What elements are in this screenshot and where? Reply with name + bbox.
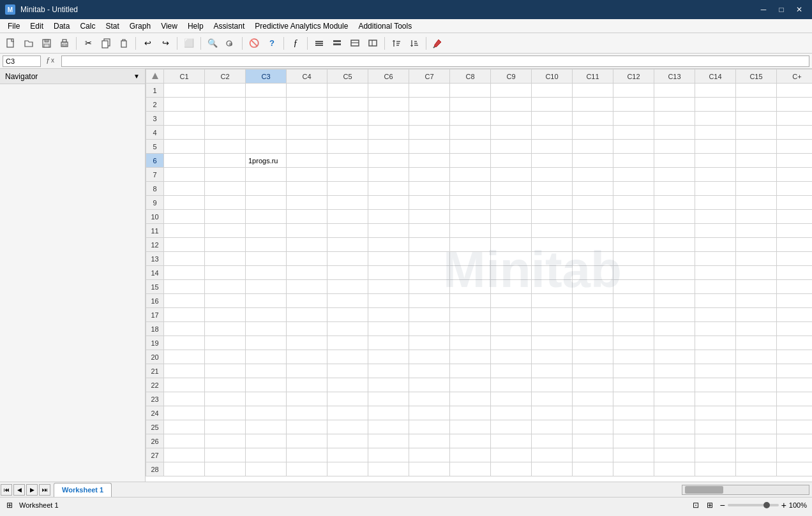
cell-r21-c3[interactable] xyxy=(246,364,287,378)
cell-r26-c9[interactable] xyxy=(491,434,532,448)
cell-r8-c4[interactable] xyxy=(287,182,327,196)
cell-r14-c2[interactable] xyxy=(205,266,246,280)
cell-r24-c14[interactable] xyxy=(695,406,736,420)
cell-r3-c2[interactable] xyxy=(205,112,246,126)
cell-r27-c2[interactable] xyxy=(205,448,246,462)
cell-r5-c9[interactable] xyxy=(491,140,532,154)
cell-r12-c7[interactable] xyxy=(409,238,450,252)
cell-r16-c7[interactable] xyxy=(409,294,450,308)
cell-r10-c8[interactable] xyxy=(450,210,491,224)
cell-r16-c8[interactable] xyxy=(450,294,491,308)
cell-r10-c15[interactable] xyxy=(736,210,777,224)
cell-r15-c3[interactable] xyxy=(246,280,287,294)
cell-r1-c11[interactable] xyxy=(573,84,613,98)
cell-r27-c12[interactable] xyxy=(613,448,654,462)
cell-r1-c4[interactable] xyxy=(287,84,327,98)
cell-r24-c16[interactable] xyxy=(777,406,813,420)
cell-r24-c11[interactable] xyxy=(573,406,613,420)
cell-r17-c2[interactable] xyxy=(205,308,246,322)
cell-r16-c1[interactable] xyxy=(164,294,205,308)
cell-r15-c8[interactable] xyxy=(450,280,491,294)
menu-view[interactable]: View xyxy=(156,19,183,33)
cell-r13-c16[interactable] xyxy=(777,252,813,266)
cell-r22-c1[interactable] xyxy=(164,378,205,392)
cell-r2-c5[interactable] xyxy=(327,98,368,112)
cell-r7-c15[interactable] xyxy=(736,168,777,182)
cell-r27-c11[interactable] xyxy=(573,448,613,462)
cell-r7-c10[interactable] xyxy=(532,168,573,182)
cell-r4-c12[interactable] xyxy=(613,126,654,140)
cmd4-toolbar-button[interactable] xyxy=(365,36,381,51)
cell-r13-c6[interactable] xyxy=(368,252,409,266)
cell-r5-c12[interactable] xyxy=(613,140,654,154)
cell-r10-c5[interactable] xyxy=(327,210,368,224)
cell-r9-c15[interactable] xyxy=(736,196,777,210)
cell-r27-c14[interactable] xyxy=(695,448,736,462)
cell-r11-c13[interactable] xyxy=(654,224,695,238)
cell-r27-c16[interactable] xyxy=(777,448,813,462)
cell-r28-c4[interactable] xyxy=(287,462,327,476)
cell-r23-c11[interactable] xyxy=(573,392,613,406)
cell-r22-c15[interactable] xyxy=(736,378,777,392)
cell-r21-c13[interactable] xyxy=(654,364,695,378)
cell-r12-c3[interactable] xyxy=(246,238,287,252)
cell-r28-c7[interactable] xyxy=(409,462,450,476)
cell-r11-c2[interactable] xyxy=(205,224,246,238)
cell-r3-c9[interactable] xyxy=(491,112,532,126)
cell-r1-c8[interactable] xyxy=(450,84,491,98)
cell-r22-c16[interactable] xyxy=(777,378,813,392)
row-header-26[interactable]: 26 xyxy=(146,434,164,448)
cell-r22-c4[interactable] xyxy=(287,378,327,392)
cell-r20-c4[interactable] xyxy=(287,350,327,364)
cell-r6-c12[interactable] xyxy=(613,154,654,168)
row-header-24[interactable]: 24 xyxy=(146,406,164,420)
cell-r13-c10[interactable] xyxy=(532,252,573,266)
cell-r21-c7[interactable] xyxy=(409,364,450,378)
cell-r12-c11[interactable] xyxy=(573,238,613,252)
cell-r8-c5[interactable] xyxy=(327,182,368,196)
cell-r25-c11[interactable] xyxy=(573,420,613,434)
cell-r7-c6[interactable] xyxy=(368,168,409,182)
cell-r18-c16[interactable] xyxy=(777,322,813,336)
cell-r21-c15[interactable] xyxy=(736,364,777,378)
cell-r14-c3[interactable] xyxy=(246,266,287,280)
cell-r21-c11[interactable] xyxy=(573,364,613,378)
cell-r25-c2[interactable] xyxy=(205,420,246,434)
menu-graph[interactable]: Graph xyxy=(124,19,156,33)
cell-r17-c8[interactable] xyxy=(450,308,491,322)
cell-r1-c2[interactable] xyxy=(205,84,246,98)
cell-r1-c15[interactable] xyxy=(736,84,777,98)
cell-r13-c4[interactable] xyxy=(287,252,327,266)
cell-r26-c1[interactable] xyxy=(164,434,205,448)
cell-r6-c11[interactable] xyxy=(573,154,613,168)
cell-r13-c5[interactable] xyxy=(327,252,368,266)
cell-r5-c11[interactable] xyxy=(573,140,613,154)
cell-r7-c7[interactable] xyxy=(409,168,450,182)
cell-r13-c1[interactable] xyxy=(164,252,205,266)
cell-r17-c11[interactable] xyxy=(573,308,613,322)
zoom-out-button[interactable]: − xyxy=(719,500,725,510)
menu-edit[interactable]: Edit xyxy=(25,19,49,33)
cell-r28-c12[interactable] xyxy=(613,462,654,476)
cell-r21-c4[interactable] xyxy=(287,364,327,378)
cell-r16-c5[interactable] xyxy=(327,294,368,308)
cell-r28-c2[interactable] xyxy=(205,462,246,476)
cell-r4-c9[interactable] xyxy=(491,126,532,140)
cell-r26-c2[interactable] xyxy=(205,434,246,448)
cell-r11-c5[interactable] xyxy=(327,224,368,238)
cell-r24-c8[interactable] xyxy=(450,406,491,420)
col-header-c7[interactable]: C7 xyxy=(409,70,450,84)
cell-r17-c1[interactable] xyxy=(164,308,205,322)
cell-r11-c10[interactable] xyxy=(532,224,573,238)
cell-r18-c14[interactable] xyxy=(695,322,736,336)
cell-r28-c3[interactable] xyxy=(246,462,287,476)
cell-r17-c15[interactable] xyxy=(736,308,777,322)
cell-r15-c15[interactable] xyxy=(736,280,777,294)
cell-r10-c3[interactable] xyxy=(246,210,287,224)
cell-r25-c14[interactable] xyxy=(695,420,736,434)
cell-r24-c15[interactable] xyxy=(736,406,777,420)
cell-r25-c15[interactable] xyxy=(736,420,777,434)
cell-r9-c2[interactable] xyxy=(205,196,246,210)
cell-r8-c11[interactable] xyxy=(573,182,613,196)
cell-r4-c10[interactable] xyxy=(532,126,573,140)
